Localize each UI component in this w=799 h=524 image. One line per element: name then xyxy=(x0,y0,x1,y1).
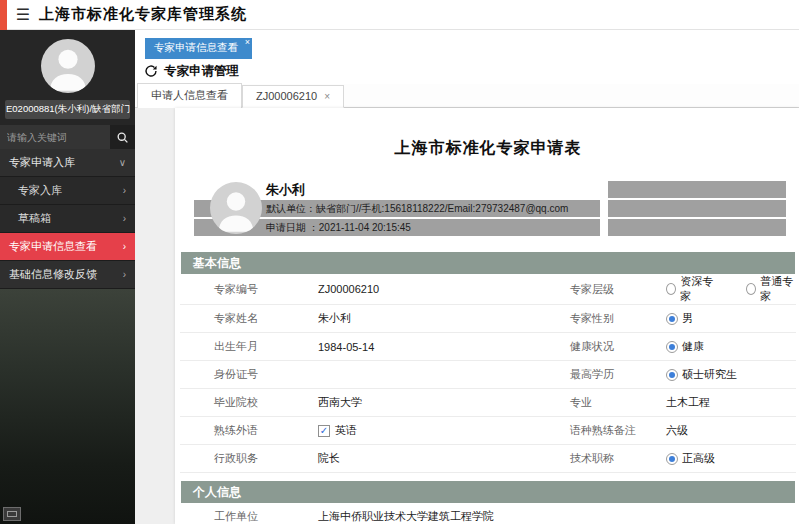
profile-rows: 朱小利 默认单位：缺省部门//手机:15618118222/Email:2797… xyxy=(194,181,786,236)
field-label: 专家层级 xyxy=(570,282,666,297)
tab-label: ZJ00006210 xyxy=(256,90,317,102)
radio-label: 硕士研究生 xyxy=(682,367,737,382)
close-icon[interactable]: × xyxy=(245,37,250,47)
sidebar-menu: 专家申请入库 ∨ 专家入库 › 草稿箱 › 专家申请信息查看 › 基础信息修改反… xyxy=(0,149,135,289)
menu-item-drafts[interactable]: 草稿箱 › xyxy=(0,205,135,233)
radio-label: 正高级 xyxy=(682,451,715,466)
field-label: 行政职务 xyxy=(214,451,318,466)
school-value: 西南大学 xyxy=(318,395,570,410)
admin-job-value: 院长 xyxy=(318,451,570,466)
menu-item-application-info-view[interactable]: 专家申请信息查看 › xyxy=(0,233,135,261)
radio-label: 健康 xyxy=(682,339,704,354)
birth-date-value: 1984-05-14 xyxy=(318,341,570,353)
radio-degree-master[interactable]: 硕士研究生 xyxy=(666,367,796,382)
profile-row-name: 朱小利 xyxy=(194,181,786,198)
sidebar-search xyxy=(0,125,135,149)
profile-row-date: 申请日期 ：2021-11-04 20:15:45 xyxy=(194,219,786,236)
field-label: 身份证号 xyxy=(214,367,318,382)
main-area: 专家申请信息查看 × 专家申请管理 申请人信息查看 ZJ00006210 × 上… xyxy=(135,30,799,524)
chevron-right-icon: › xyxy=(123,269,126,280)
radio-label: 男 xyxy=(682,311,693,326)
form-row: 熟练外语 ✓ 英语 语种熟练备注 六级 xyxy=(180,417,796,445)
sidebar-background-photo xyxy=(0,289,135,524)
open-views-strip: 专家申请信息查看 × xyxy=(135,30,799,58)
profile-row-info: 默认单位：缺省部门//手机:15618118222/Email:27973248… xyxy=(194,200,786,217)
radio-circle xyxy=(666,341,678,353)
open-view-tab-label: 专家申请信息查看 xyxy=(154,41,238,53)
expert-level-options: 资深专家 普通专家 xyxy=(666,274,796,304)
refresh-icon xyxy=(144,64,158,78)
brand-stripe xyxy=(0,0,7,30)
radio-circle xyxy=(746,283,756,295)
field-label: 技术职称 xyxy=(570,451,666,466)
search-input[interactable] xyxy=(0,125,110,149)
menu-label: 基础信息修改反馈 xyxy=(9,267,97,282)
menu-item-basic-info-feedback[interactable]: 基础信息修改反馈 › xyxy=(0,261,135,289)
major-value: 土木工程 xyxy=(666,395,796,410)
menu-group-expert-apply[interactable]: 专家申请入库 ∨ xyxy=(0,149,135,177)
content-tabbar: 申请人信息查看 ZJ00006210 × xyxy=(135,84,799,108)
tab-applicant-info[interactable]: 申请人信息查看 xyxy=(137,83,242,108)
sidebar: E02000881(朱小利)/缺省部门 专家申请入库 ∨ 专家入库 › 草稿箱 … xyxy=(0,30,135,524)
user-avatar xyxy=(41,39,95,93)
field-label: 出生年月 xyxy=(214,339,318,354)
field-label: 最高学历 xyxy=(570,367,666,382)
open-view-tab[interactable]: 专家申请信息查看 × xyxy=(145,38,252,59)
tab-expert-record[interactable]: ZJ00006210 × xyxy=(242,85,344,108)
radio-normal-expert[interactable]: 普通专家 xyxy=(746,274,796,304)
menu-label: 专家申请信息查看 xyxy=(9,239,97,254)
field-label: 专业 xyxy=(570,395,666,410)
tab-label: 申请人信息查看 xyxy=(151,88,228,103)
field-label: 工作单位 xyxy=(214,509,318,524)
menu-label: 专家申请入库 xyxy=(9,155,75,170)
field-label: 健康状况 xyxy=(570,339,666,354)
application-form-panel: 上海市标准化专家申请表 朱小利 xyxy=(175,108,799,524)
checkbox-label: 英语 xyxy=(335,423,357,438)
hamburger-menu-icon[interactable]: ☰ xyxy=(7,5,39,24)
radio-label: 资深专家 xyxy=(680,274,716,304)
form-row: 专家编号 ZJ00006210 专家层级 资深专家 普通专家 xyxy=(180,274,796,305)
field-label: 专家性别 xyxy=(570,311,666,326)
menu-item-expert-entry[interactable]: 专家入库 › xyxy=(0,177,135,205)
radio-circle xyxy=(666,313,678,325)
chevron-right-icon: › xyxy=(123,213,126,224)
radio-health-good[interactable]: 健康 xyxy=(666,339,796,354)
radio-gender-male[interactable]: 男 xyxy=(666,311,796,326)
section-gap xyxy=(180,473,796,481)
form-row: 专家姓名 朱小利 专家性别 男 xyxy=(180,305,796,333)
chevron-right-icon: › xyxy=(123,241,126,252)
checkbox-english[interactable]: ✓ 英语 xyxy=(318,423,570,438)
applicant-profile-banner: 朱小利 默认单位：缺省部门//手机:15618118222/Email:2797… xyxy=(194,181,786,236)
field-label: 语种熟练备注 xyxy=(570,423,666,438)
form-row: 身份证号 最高学历 硕士研究生 xyxy=(180,361,796,389)
menu-label: 草稿箱 xyxy=(18,211,51,226)
profile-side-bar xyxy=(608,181,786,198)
radio-circle xyxy=(666,453,678,465)
applicant-name: 朱小利 xyxy=(266,181,305,198)
person-icon xyxy=(41,39,95,93)
sidebar-avatar-wrap xyxy=(0,30,135,99)
applicant-avatar xyxy=(210,182,262,234)
field-label: 专家编号 xyxy=(214,282,318,297)
form-row: 出生年月 1984-05-14 健康状况 健康 xyxy=(180,333,796,361)
search-button[interactable] xyxy=(110,125,135,149)
radio-tech-title-senior[interactable]: 正高级 xyxy=(666,451,796,466)
radio-circle xyxy=(666,283,676,295)
work-unit-value: 上海中侨职业技术大学建筑工程学院 xyxy=(318,509,796,524)
profile-side-bar xyxy=(608,200,786,217)
radio-senior-expert[interactable]: 资深专家 xyxy=(666,274,716,304)
radio-label: 普通专家 xyxy=(760,274,796,304)
close-icon[interactable]: × xyxy=(324,91,330,102)
radio-circle xyxy=(666,369,678,381)
menu-label: 专家入库 xyxy=(18,183,62,198)
page-header: 专家申请管理 xyxy=(135,58,799,84)
chevron-right-icon: › xyxy=(123,185,126,196)
page-title: 专家申请管理 xyxy=(164,63,239,80)
form-title: 上海市标准化专家申请表 xyxy=(180,108,796,181)
field-label: 专家姓名 xyxy=(214,311,318,326)
form-row: 行政职务 院长 技术职称 正高级 xyxy=(180,445,796,473)
content-area: 上海市标准化专家申请表 朱小利 xyxy=(135,108,799,524)
search-icon xyxy=(116,131,129,144)
bottom-corner-button[interactable] xyxy=(3,507,21,521)
language-note-value: 六级 xyxy=(666,423,796,438)
